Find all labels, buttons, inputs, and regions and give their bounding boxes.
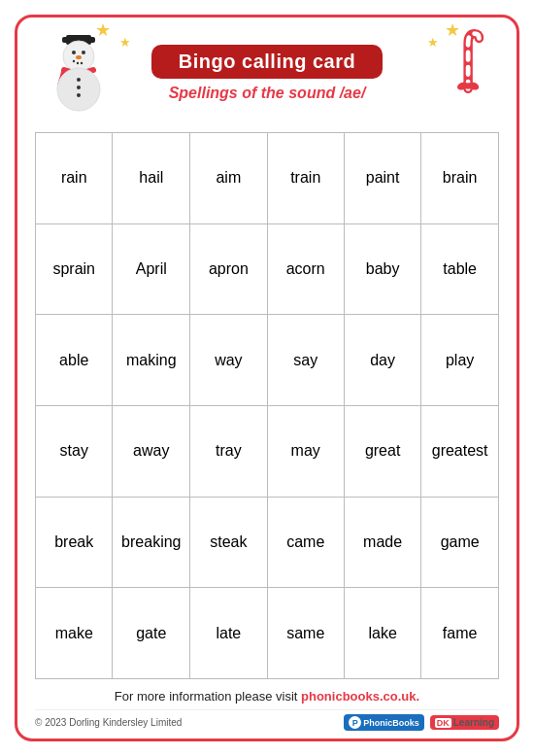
phonic-books-link[interactable]: phonicbooks.co.uk.: [301, 689, 419, 704]
learning-label: Learning: [453, 717, 494, 728]
phonic-books-logo: P PhonicBooks: [344, 714, 424, 731]
table-cell: steak: [190, 497, 267, 588]
table-cell: day: [344, 315, 420, 406]
table-cell: train: [267, 133, 344, 224]
svg-point-6: [73, 60, 75, 62]
candy-cane-illustration: [441, 29, 499, 112]
svg-point-12: [77, 93, 81, 97]
table-cell: apron: [190, 223, 267, 315]
table-cell: play: [421, 315, 499, 406]
table-row: sprainAprilapronacornbabytable: [36, 223, 499, 315]
footer-info: For more information please visit phonic…: [115, 689, 419, 704]
svg-point-7: [77, 62, 79, 64]
table-row: rainhailaimtrainpaintbrain: [36, 133, 499, 224]
table-cell: came: [267, 497, 344, 588]
table-cell: sprain: [36, 223, 113, 315]
bingo-title: Bingo calling card: [151, 45, 383, 79]
table-cell: way: [190, 315, 267, 406]
table-cell: great: [344, 405, 420, 497]
table-cell: make: [36, 588, 113, 679]
svg-point-8: [81, 62, 83, 64]
table-cell: aim: [190, 133, 267, 224]
table-cell: stay: [36, 405, 113, 497]
table-cell: April: [113, 223, 190, 315]
table-cell: same: [267, 588, 344, 679]
table-cell: may: [267, 405, 344, 497]
table-cell: gate: [113, 588, 190, 679]
footer-logos: P PhonicBooks DK Learning: [344, 714, 499, 731]
table-cell: breaking: [113, 497, 190, 588]
bingo-card: ★ ★ ★ ★: [15, 15, 519, 741]
table-row: breakbreakingsteakcamemadegame: [36, 497, 499, 588]
dk-logo: DK Learning: [430, 715, 499, 730]
subtitle: Spellings of the sound /ae/: [169, 85, 366, 102]
table-row: ablemakingwaysaydayplay: [36, 315, 499, 406]
table-cell: hail: [113, 133, 190, 224]
svg-point-3: [72, 51, 76, 54]
svg-point-11: [77, 86, 81, 89]
table-cell: able: [36, 315, 113, 406]
table-cell: brain: [421, 133, 499, 224]
svg-point-15: [465, 83, 472, 89]
header: Bingo calling card Spellings of the soun…: [35, 29, 499, 117]
table-cell: rain: [36, 133, 113, 224]
table-cell: tray: [190, 405, 267, 497]
table-cell: lake: [344, 588, 420, 679]
svg-point-5: [76, 55, 82, 59]
table-cell: table: [421, 223, 499, 315]
svg-point-10: [77, 78, 81, 82]
copyright: © 2023 Dorling Kindersley Limited: [35, 717, 182, 728]
table-cell: game: [421, 497, 499, 588]
table-cell: baby: [344, 223, 420, 315]
table-cell: break: [36, 497, 113, 588]
bingo-table: rainhailaimtrainpaintbrainsprainAprilapr…: [35, 132, 499, 679]
title-block: Bingo calling card Spellings of the soun…: [151, 45, 383, 102]
table-cell: acorn: [267, 223, 344, 315]
snowman-illustration: [35, 29, 122, 117]
table-cell: greatest: [421, 405, 499, 497]
svg-point-4: [82, 51, 85, 54]
table-cell: made: [344, 497, 420, 588]
table-cell: paint: [344, 133, 420, 224]
table-cell: away: [113, 405, 190, 497]
table-cell: fame: [421, 588, 499, 679]
footer-bottom: © 2023 Dorling Kindersley Limited P Phon…: [35, 709, 499, 731]
table-cell: making: [113, 315, 190, 406]
table-cell: late: [190, 588, 267, 679]
table-cell: say: [267, 315, 344, 406]
table-row: makegatelatesamelakefame: [36, 588, 499, 679]
table-row: stayawaytraymaygreatgreatest: [36, 405, 499, 497]
